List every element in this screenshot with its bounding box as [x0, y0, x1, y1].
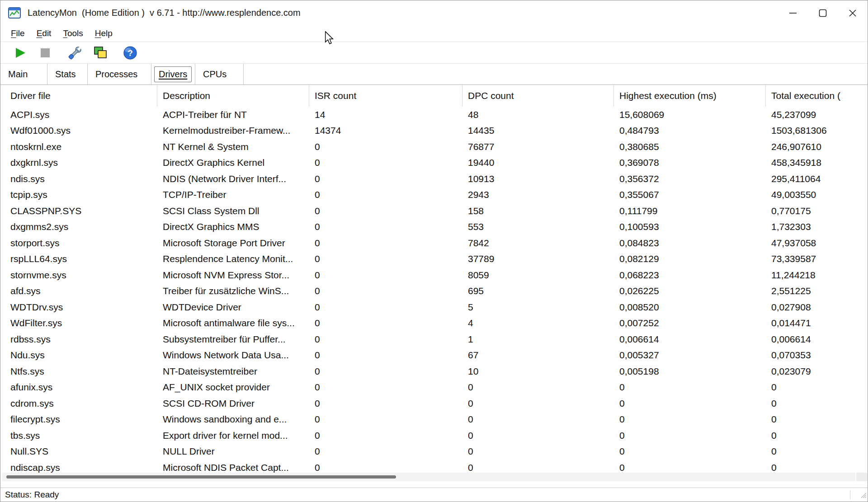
- column-header-isr_count[interactable]: ISR count: [309, 85, 462, 107]
- column-header-total_execution[interactable]: Total execution (: [766, 85, 868, 107]
- tab-drivers[interactable]: Drivers: [151, 64, 195, 84]
- tab-label: Stats: [54, 68, 77, 80]
- statusbar-separator: [850, 490, 850, 499]
- cell-isr_count: 0: [309, 203, 462, 219]
- horizontal-scrollbar-thumb[interactable]: [6, 475, 396, 479]
- column-header-dpc_count[interactable]: DPC count: [462, 85, 614, 107]
- column-header-description[interactable]: Description: [157, 85, 309, 107]
- cell-dpc_count: 553: [462, 219, 614, 235]
- cell-dpc_count: 19440: [462, 155, 614, 171]
- cell-description: Treiber für zusätzliche WinS...: [157, 283, 309, 300]
- cell-highest_execution_ms: 0,380685: [614, 139, 766, 155]
- tab-main[interactable]: Main: [0, 64, 47, 84]
- cell-dpc_count: 37789: [462, 251, 614, 267]
- cell-highest_execution_ms: 0,005198: [614, 363, 766, 380]
- cell-highest_execution_ms: 0: [614, 444, 766, 460]
- help-button[interactable]: ?: [122, 44, 139, 61]
- copy-report-button[interactable]: [92, 44, 109, 61]
- cell-highest_execution_ms: 15,608069: [614, 107, 766, 123]
- cell-highest_execution_ms: 0,356372: [614, 171, 766, 187]
- cell-highest_execution_ms: 0,008520: [614, 299, 766, 315]
- titlebar[interactable]: LatencyMon (Home Edition ) v 6.71 - http…: [0, 0, 868, 25]
- stop-monitor-button[interactable]: [37, 44, 54, 61]
- cell-driver_file: dxgkrnl.sys: [0, 155, 157, 171]
- app-icon[interactable]: [8, 6, 21, 20]
- cell-total_execution: 0,023079: [766, 363, 868, 380]
- statusbar: Status: Ready: [0, 488, 868, 502]
- horizontal-scrollbar-zone: [1, 473, 867, 488]
- cell-isr_count: 0: [309, 187, 462, 203]
- table-row[interactable]: ndis.sysNDIS (Network Driver Interf...01…: [0, 171, 868, 187]
- cell-dpc_count: 76877: [462, 139, 614, 155]
- cell-dpc_count: 8059: [462, 267, 614, 283]
- cell-isr_count: 0: [309, 299, 462, 315]
- start-monitor-button[interactable]: [11, 44, 28, 61]
- table-row[interactable]: afd.sysTreiber für zusätzliche WinS...06…: [0, 283, 868, 300]
- close-button[interactable]: [838, 0, 868, 25]
- cell-driver_file: cdrom.sys: [0, 395, 157, 412]
- table-row[interactable]: filecrypt.sysWindows sandboxing and e...…: [0, 412, 868, 428]
- cell-highest_execution_ms: 0,005327: [614, 347, 766, 364]
- horizontal-scrollbar-track[interactable]: [2, 473, 855, 481]
- tab-processes[interactable]: Processes: [88, 64, 151, 84]
- maximize-button[interactable]: [808, 0, 838, 25]
- cell-highest_execution_ms: 0,111799: [614, 203, 766, 219]
- cell-dpc_count: 0: [462, 444, 614, 460]
- cell-description: Subsystemtreiber für Puffer...: [157, 331, 309, 347]
- cell-dpc_count: 158: [462, 203, 614, 219]
- table-row[interactable]: WdFilter.sysMicrosoft antimalware file s…: [0, 315, 868, 332]
- cell-driver_file: tbs.sys: [0, 427, 157, 444]
- tab-label: CPUs: [202, 68, 227, 80]
- table-row[interactable]: Null.SYSNULL Driver0000: [0, 444, 868, 460]
- cell-description: Microsoft Storage Port Driver: [157, 235, 309, 251]
- table-row[interactable]: ACPI.sysACPI-Treiber für NT144815,608069…: [0, 107, 868, 123]
- table-row[interactable]: tcpip.sysTCP/IP-Treiber029430,35506749,0…: [0, 187, 868, 203]
- cell-isr_count: 0: [309, 363, 462, 380]
- cell-description: Windows sandboxing and e...: [157, 412, 309, 428]
- cell-dpc_count: 0: [462, 412, 614, 428]
- table-row[interactable]: afunix.sysAF_UNIX socket provider0000: [0, 380, 868, 396]
- cell-dpc_count: 0: [462, 380, 614, 396]
- table-row[interactable]: dxgkrnl.sysDirectX Graphics Kernel019440…: [0, 155, 868, 171]
- cell-isr_count: 0: [309, 380, 462, 396]
- table-row[interactable]: dxgmms2.sysDirectX Graphics MMS05530,100…: [0, 219, 868, 235]
- menu-item-file[interactable]: File: [5, 27, 31, 40]
- cell-total_execution: 73,339587: [766, 251, 868, 267]
- cell-dpc_count: 2943: [462, 187, 614, 203]
- table-row[interactable]: storport.sysMicrosoft Storage Port Drive…: [0, 235, 868, 251]
- options-button[interactable]: [66, 44, 84, 61]
- cell-total_execution: 246,907610: [766, 139, 868, 155]
- menu-item-tools[interactable]: Tools: [57, 27, 89, 40]
- tabbar: MainStatsProcessesDriversCPUs: [0, 64, 868, 85]
- cell-dpc_count: 0: [462, 395, 614, 412]
- table-row[interactable]: Ndu.sysWindows Network Data Usa...0670,0…: [0, 347, 868, 364]
- column-header-driver_file[interactable]: Driver file: [0, 85, 157, 107]
- cell-isr_count: 0: [309, 395, 462, 412]
- cell-isr_count: 0: [309, 331, 462, 347]
- driver-list-panel: Driver fileDescriptionISR countDPC count…: [0, 85, 868, 488]
- minimize-button[interactable]: [778, 0, 808, 25]
- menu-item-edit[interactable]: Edit: [31, 27, 57, 40]
- table-row[interactable]: Wdf01000.sysKernelmodustreiber-Framew...…: [0, 123, 868, 139]
- cell-highest_execution_ms: 0,068223: [614, 267, 766, 283]
- resize-grip[interactable]: [859, 491, 867, 501]
- table-row[interactable]: ntoskrnl.exeNT Kernel & System0768770,38…: [0, 139, 868, 155]
- window-title: LatencyMon (Home Edition ) v 6.71 - http…: [28, 8, 301, 18]
- cell-driver_file: CLASSPNP.SYS: [0, 203, 157, 219]
- table-row[interactable]: rdbss.sysSubsystemtreiber für Puffer...0…: [0, 331, 868, 347]
- cell-description: NT-Dateisystemtreiber: [157, 363, 309, 380]
- table-row[interactable]: WDTDrv.sysWDTDevice Driver050,0085200,02…: [0, 299, 868, 315]
- table-row[interactable]: stornvme.sysMicrosoft NVM Express Stor..…: [0, 267, 868, 283]
- table-row[interactable]: tbs.sysExport driver for kernel mod...00…: [0, 427, 868, 444]
- tab-stats[interactable]: Stats: [47, 64, 88, 84]
- cell-highest_execution_ms: 0,100593: [614, 219, 766, 235]
- table-row[interactable]: Ntfs.sysNT-Dateisystemtreiber0100,005198…: [0, 363, 868, 380]
- table-row[interactable]: CLASSPNP.SYSSCSI Class System Dll01580,1…: [0, 203, 868, 219]
- play-icon: [16, 48, 25, 58]
- table-row[interactable]: rspLLL64.sysResplendence Latency Monit..…: [0, 251, 868, 267]
- menu-item-help[interactable]: Help: [89, 27, 118, 40]
- column-header-highest_execution_ms[interactable]: Highest execution (ms): [614, 85, 766, 107]
- cell-highest_execution_ms: 0,082129: [614, 251, 766, 267]
- tab-cpus[interactable]: CPUs: [195, 64, 244, 84]
- table-row[interactable]: cdrom.sysSCSI CD-ROM Driver0000: [0, 395, 868, 412]
